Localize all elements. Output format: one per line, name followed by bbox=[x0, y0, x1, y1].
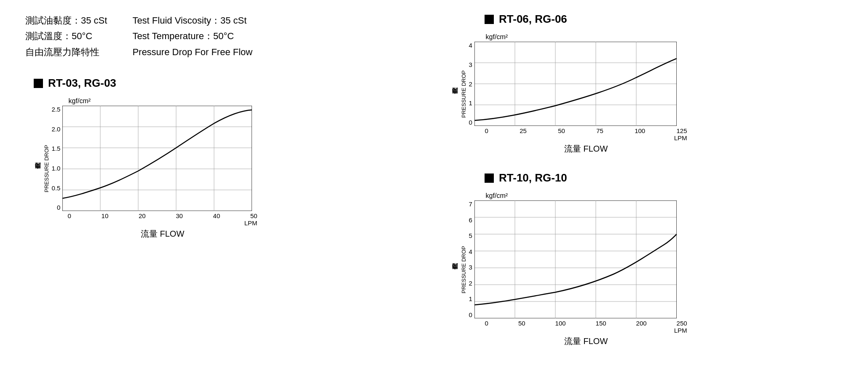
rt10-chart-grid bbox=[474, 200, 677, 318]
rt03-chart-grid bbox=[62, 106, 252, 211]
rt06-y-axis-label: 壓力降△P PRESSURE DROP bbox=[451, 45, 467, 142]
chinese-line3: 自由流壓力降特性 bbox=[25, 44, 107, 60]
info-block: 測試油黏度：35 cSt 測試溫度：50°C 自由流壓力降特性 Test Flu… bbox=[25, 13, 442, 60]
english-line1: Test Fluid Viscosity：35 cSt bbox=[132, 13, 252, 28]
rt10-y-english: PRESSURE DROP bbox=[461, 246, 467, 294]
rt10-section: RT-10, RG-10 壓力降△P PRESSURE DROP kgf/cm²… bbox=[451, 171, 868, 347]
rt03-y-chinese: 壓力降△P bbox=[34, 163, 42, 174]
rt06-chart-wrapper: 壓力降△P PRESSURE DROP kgf/cm² 4 3 2 1 0 bbox=[451, 33, 868, 155]
rt06-chart-grid bbox=[474, 42, 677, 126]
rt03-y-axis-label: 壓力降△P PRESSURE DROP bbox=[34, 109, 50, 227]
rt03-chart-wrapper: 壓力降△P PRESSURE DROP kgf/cm² 2.5 2.0 1.5 … bbox=[34, 97, 442, 240]
info-chinese: 測試油黏度：35 cSt 測試溫度：50°C 自由流壓力降特性 bbox=[25, 13, 107, 60]
english-line3: Pressure Drop For Free Flow bbox=[132, 44, 252, 60]
rt06-y-chinese: 壓力降△P bbox=[451, 88, 459, 99]
chinese-line1: 測試油黏度：35 cSt bbox=[25, 13, 107, 28]
rt03-kgf-label: kgf/cm² bbox=[69, 97, 257, 105]
rt10-title: RT-10, RG-10 bbox=[485, 171, 868, 184]
rt03-x-area: 0 10 20 30 40 50 LPM 流量 FLOW bbox=[68, 211, 257, 240]
rt10-x-area: 0 50 100 150 200 250 LPM 流量 FLOW bbox=[485, 318, 687, 347]
rt10-chart-area: kgf/cm² 7 6 5 4 3 2 1 0 bbox=[469, 192, 687, 347]
info-english: Test Fluid Viscosity：35 cSt Test Tempera… bbox=[132, 13, 252, 60]
rt06-kgf-label: kgf/cm² bbox=[486, 33, 687, 41]
rt10-x-label: 流量 FLOW bbox=[485, 336, 687, 347]
rt06-title-square bbox=[485, 15, 494, 24]
rt06-x-label: 流量 FLOW bbox=[485, 143, 687, 155]
rt03-y-english: PRESSURE DROP bbox=[43, 145, 50, 192]
rt06-chart-body: 4 3 2 1 0 bbox=[469, 42, 687, 126]
right-panel: RT-06, RG-06 壓力降△P PRESSURE DROP kgf/cm²… bbox=[451, 13, 868, 374]
rt03-title: RT-03, RG-03 bbox=[34, 77, 442, 90]
rt06-x-area: 0 25 50 75 100 125 LPM 流量 FLOW bbox=[485, 126, 687, 155]
chinese-line2: 測試溫度：50°C bbox=[25, 28, 107, 44]
english-line2: Test Temperature：50°C bbox=[132, 28, 252, 44]
rt10-y-ticks: 7 6 5 4 3 2 1 0 bbox=[469, 200, 474, 318]
rt06-svg bbox=[474, 42, 677, 126]
rt06-y-english: PRESSURE DROP bbox=[461, 70, 467, 118]
rt03-chart-area: kgf/cm² 2.5 2.0 1.5 1.0 0.5 0 bbox=[52, 97, 257, 240]
rt06-y-ticks: 4 3 2 1 0 bbox=[469, 42, 474, 126]
rt06-chart-area: kgf/cm² 4 3 2 1 0 bbox=[469, 33, 687, 155]
rt03-y-ticks: 2.5 2.0 1.5 1.0 0.5 0 bbox=[52, 106, 63, 211]
rt10-svg bbox=[474, 200, 677, 318]
rt03-x-label: 流量 FLOW bbox=[68, 228, 257, 240]
rt10-chart-body: 7 6 5 4 3 2 1 0 bbox=[469, 200, 687, 318]
rt03-section: RT-03, RG-03 壓力降△P PRESSURE DROP kgf/cm² bbox=[34, 77, 442, 240]
rt10-title-square bbox=[485, 173, 494, 183]
rt03-title-square bbox=[34, 79, 43, 88]
rt06-section: RT-06, RG-06 壓力降△P PRESSURE DROP kgf/cm²… bbox=[451, 13, 868, 155]
rt03-chart-body: 2.5 2.0 1.5 1.0 0.5 0 bbox=[52, 106, 257, 211]
rt06-title: RT-06, RG-06 bbox=[485, 13, 868, 26]
rt10-y-chinese: 壓力降△P bbox=[451, 264, 459, 275]
rt03-svg bbox=[62, 106, 252, 211]
rt10-y-axis-label: 壓力降△P PRESSURE DROP bbox=[451, 211, 467, 328]
rt10-kgf-label: kgf/cm² bbox=[486, 192, 687, 200]
rt10-chart-wrapper: 壓力降△P PRESSURE DROP kgf/cm² 7 6 5 4 3 2 bbox=[451, 192, 868, 347]
